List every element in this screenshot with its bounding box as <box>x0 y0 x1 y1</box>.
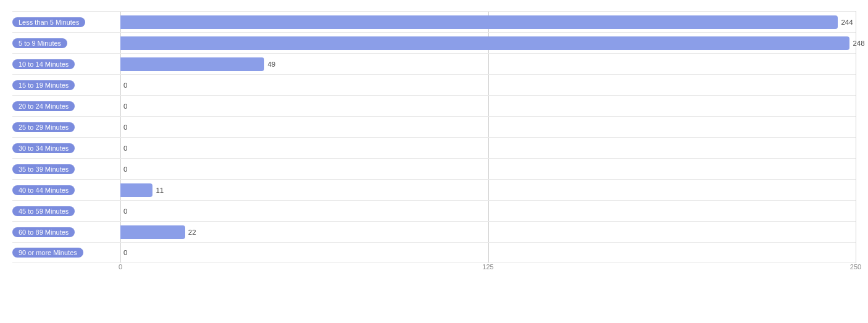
bar-fill <box>120 36 849 50</box>
bar-row: 25 to 29 Minutes0 <box>12 116 856 137</box>
bars-area: Less than 5 Minutes2445 to 9 Minutes2481… <box>12 11 856 263</box>
bar-label-pill: 35 to 39 Minutes <box>12 164 75 174</box>
chart-container: Less than 5 Minutes2445 to 9 Minutes2481… <box>0 0 868 323</box>
x-axis: 0125250 <box>120 263 856 275</box>
x-axis-label: 0 <box>119 263 122 271</box>
x-axis-label: 250 <box>850 263 861 271</box>
bar-label-pill: 5 to 9 Minutes <box>12 38 67 48</box>
bar-label-pill: 30 to 34 Minutes <box>12 143 75 153</box>
bar-label-pill: Less than 5 Minutes <box>12 17 85 27</box>
bar-value: 0 <box>123 145 127 152</box>
bar-label-pill: 45 to 59 Minutes <box>12 206 75 216</box>
bar-row: 35 to 39 Minutes0 <box>12 158 856 179</box>
bar-value: 11 <box>156 187 164 194</box>
bar-row: 40 to 44 Minutes11 <box>12 179 856 200</box>
bar-label-pill: 25 to 29 Minutes <box>12 122 75 132</box>
bar-label-pill: 10 to 14 Minutes <box>12 59 75 69</box>
bar-value: 248 <box>853 40 864 47</box>
bar-row: 5 to 9 Minutes248 <box>12 32 856 53</box>
bar-label-pill: 90 or more Minutes <box>12 248 83 258</box>
bar-value: 0 <box>123 249 127 256</box>
bar-fill <box>120 15 838 29</box>
bar-row: 20 to 24 Minutes0 <box>12 95 856 116</box>
chart-body: Less than 5 Minutes2445 to 9 Minutes2481… <box>12 11 856 275</box>
bar-label-pill: 60 to 89 Minutes <box>12 227 75 237</box>
bar-row: 45 to 59 Minutes0 <box>12 200 856 221</box>
bar-value: 49 <box>267 61 275 68</box>
bar-row: 60 to 89 Minutes22 <box>12 221 856 242</box>
bar-fill <box>120 57 264 71</box>
bar-label-pill: 40 to 44 Minutes <box>12 185 75 195</box>
bar-value: 0 <box>123 124 127 131</box>
bar-value: 244 <box>841 19 853 26</box>
bar-fill <box>120 183 152 197</box>
bar-row: 15 to 19 Minutes0 <box>12 74 856 95</box>
bar-row: 30 to 34 Minutes0 <box>12 137 856 158</box>
bar-value: 0 <box>123 103 127 110</box>
bar-value: 22 <box>188 229 196 236</box>
bar-row: Less than 5 Minutes244 <box>12 11 856 32</box>
bar-value: 0 <box>123 166 127 173</box>
bar-value: 0 <box>123 82 127 89</box>
x-axis-label: 125 <box>482 263 493 271</box>
bar-value: 0 <box>123 208 127 215</box>
bar-label-pill: 15 to 19 Minutes <box>12 80 75 90</box>
bar-row: 10 to 14 Minutes49 <box>12 53 856 74</box>
bar-row: 90 or more Minutes0 <box>12 242 856 263</box>
bar-label-pill: 20 to 24 Minutes <box>12 101 75 111</box>
bar-fill <box>120 225 185 239</box>
